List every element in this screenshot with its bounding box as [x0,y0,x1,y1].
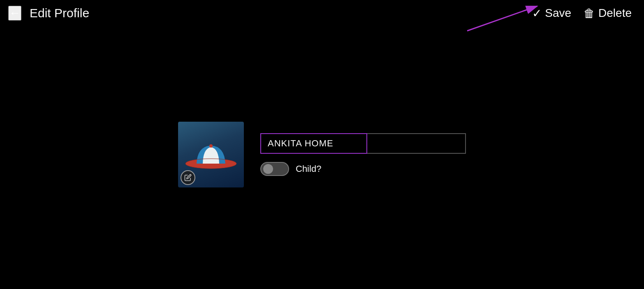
delete-button[interactable]: 🗑 Delete [584,7,632,20]
edit-avatar-icon[interactable] [181,170,195,185]
main-content: Child? [0,26,644,282]
save-label: Save [545,7,571,20]
child-row: Child? [260,162,466,176]
form-fields: Child? [260,133,466,176]
avatar-hat-illustration [184,134,238,175]
header: ← Edit Profile ✓ Save 🗑 Delete [0,0,644,26]
child-label: Child? [296,164,321,174]
page-title: Edit Profile [30,6,89,20]
save-check-icon: ✓ [532,7,542,20]
header-left: ← Edit Profile [8,6,89,21]
header-right: ✓ Save 🗑 Delete [532,7,632,20]
profile-form: Child? [178,122,466,187]
svg-point-3 [209,144,213,148]
first-name-input[interactable] [260,133,367,154]
last-name-input[interactable] [367,133,466,154]
toggle-track [260,162,289,176]
delete-label: Delete [598,7,632,20]
back-button[interactable]: ← [8,6,21,21]
save-button[interactable]: ✓ Save [532,7,571,20]
name-fields [260,133,466,154]
trash-icon: 🗑 [584,7,595,20]
child-toggle[interactable] [260,162,289,176]
avatar-container[interactable] [178,122,244,187]
toggle-thumb [263,164,273,174]
